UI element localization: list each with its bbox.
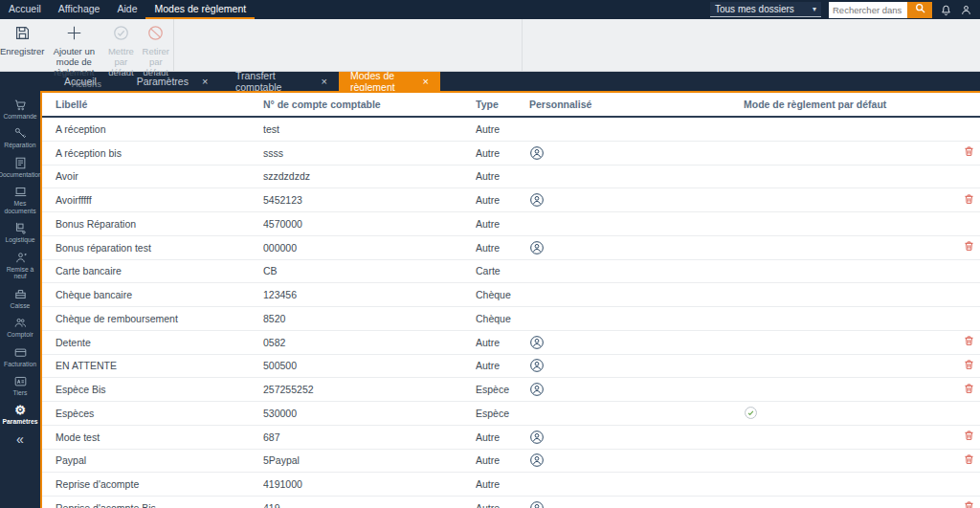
ribbon-toolbar: Enregistrer Ajouter un mode de règlement xyxy=(0,19,980,72)
delete-button[interactable] xyxy=(963,192,975,209)
menu-item-affichage[interactable]: Affichage xyxy=(50,0,109,19)
table-row[interactable]: Avoirfffff 5452123 Autre xyxy=(42,188,980,212)
save-button[interactable]: Enregistrer xyxy=(0,24,44,57)
row-account: 5Paypal xyxy=(263,454,476,466)
add-payment-mode-label: Ajouter un mode de règlement xyxy=(44,47,103,78)
row-personalized-cell xyxy=(529,168,744,184)
personalized-icon xyxy=(529,240,545,255)
row-default-cell xyxy=(744,264,957,278)
close-icon[interactable]: × xyxy=(423,76,429,87)
row-label: Avoirfffff xyxy=(56,194,263,206)
handtruck-icon xyxy=(13,221,28,235)
row-personalized-cell xyxy=(529,145,744,161)
row-account: 4570000 xyxy=(263,218,476,230)
sidebar-item-documentation[interactable]: Documentation xyxy=(0,154,40,180)
sidebar-item-reparation[interactable]: Réparation xyxy=(0,124,40,150)
row-account: 687 xyxy=(263,431,476,443)
delete-button[interactable] xyxy=(963,382,975,398)
row-label: EN ATTENTE xyxy=(56,360,263,371)
tab-modes-de-reglement[interactable]: Modes de règlement × xyxy=(339,72,440,91)
row-default-cell xyxy=(744,216,957,231)
close-icon[interactable]: × xyxy=(322,76,327,87)
remove-default-button[interactable]: Retirer par défaut xyxy=(139,24,173,78)
sidebar-item-parametres[interactable]: ⚙ Paramètres xyxy=(0,402,40,427)
table-row[interactable]: Reprise d'acompte 4191000 Autre xyxy=(42,473,980,497)
table-row[interactable]: A réception bis ssss Autre xyxy=(42,142,980,166)
row-label: A réception bis xyxy=(56,147,263,159)
close-icon[interactable]: × xyxy=(202,76,208,87)
table-row[interactable]: Reprise d'acompte Bis 419 Autre xyxy=(42,497,980,508)
sidebar-item-label: Remise à neuf xyxy=(0,266,40,280)
notifications-bell-icon[interactable] xyxy=(940,4,952,16)
trash-icon xyxy=(963,144,975,161)
row-type: Autre xyxy=(476,360,529,371)
user-account-icon[interactable] xyxy=(960,4,972,16)
table-row[interactable]: EN ATTENTE 500500 Autre xyxy=(42,355,980,379)
column-header-personnalise[interactable]: Personnalisé xyxy=(529,99,744,110)
menu-item-modes-de-reglement[interactable]: Modes de règlement xyxy=(145,0,255,19)
table-row[interactable]: Chèque de remboursement 8520 Chèque xyxy=(42,307,980,331)
delete-button[interactable] xyxy=(963,429,975,445)
sidebar-item-tiers[interactable]: Tiers xyxy=(0,372,40,398)
column-header-libelle[interactable]: Libellé xyxy=(56,99,263,110)
row-label: Detente xyxy=(56,337,263,348)
table-row[interactable]: Espèces 530000 Espèce xyxy=(42,402,980,426)
table-row[interactable]: Carte bancaire CB Carte xyxy=(42,260,980,284)
trash-icon xyxy=(963,382,975,398)
set-default-button[interactable]: Mettre par défaut xyxy=(103,24,138,78)
table-row[interactable]: Avoir szzdzdzdz Autre xyxy=(42,166,980,189)
row-account: CB xyxy=(263,265,476,276)
row-label: Bonus réparation test xyxy=(56,242,263,254)
row-personalized-cell xyxy=(529,287,744,302)
table-row[interactable]: Bonus réparation test 000000 Autre xyxy=(42,236,980,260)
sidebar-item-comptoir[interactable]: Comptoir xyxy=(0,314,40,340)
row-delete-cell xyxy=(957,334,980,350)
search-box xyxy=(829,2,932,18)
delete-button[interactable] xyxy=(963,499,975,508)
add-payment-mode-button[interactable]: Ajouter un mode de règlement xyxy=(44,24,103,78)
delete-button[interactable] xyxy=(963,239,975,255)
sidebar-item-commande[interactable]: Commande xyxy=(0,96,40,121)
table-row[interactable]: Espèce Bis 257255252 Espèce xyxy=(42,378,980,402)
sidebar-item-logistique[interactable]: Logistique xyxy=(0,219,40,245)
table-row[interactable]: Chèque bancaire 123456 Chèque xyxy=(42,283,980,307)
delete-button[interactable] xyxy=(963,453,975,469)
table-row[interactable]: Bonus Réparation 4570000 Autre xyxy=(42,212,980,236)
sidebar-item-label: Logistique xyxy=(6,236,35,243)
sidebar-item-facturation[interactable]: Facturation xyxy=(0,343,40,369)
row-delete-cell xyxy=(957,429,980,445)
sidebar-collapse-button[interactable]: « xyxy=(16,431,24,447)
payment-modes-panel: Libellé N° de compte comptable Type Pers… xyxy=(40,91,980,508)
table-row[interactable]: A réception test Autre xyxy=(42,118,980,142)
row-default-cell xyxy=(744,240,957,254)
delete-button[interactable] xyxy=(963,334,975,350)
table-row[interactable]: Paypal 5Paypal Autre xyxy=(42,450,980,474)
column-header-defaut[interactable]: Mode de règlement par défaut xyxy=(744,99,957,110)
menu-item-aide[interactable]: Aide xyxy=(108,0,145,19)
row-delete-cell xyxy=(957,476,980,493)
delete-button[interactable] xyxy=(963,144,975,161)
row-type: Autre xyxy=(476,337,529,348)
column-header-compte[interactable]: N° de compte comptable xyxy=(263,99,476,110)
menu-item-accueil[interactable]: Accueil xyxy=(0,0,50,19)
row-label: A réception xyxy=(56,123,263,135)
sidebar-item-remise-a-neuf[interactable]: Remise à neuf xyxy=(0,249,40,282)
credit-card-icon xyxy=(13,345,28,360)
column-header-type[interactable]: Type xyxy=(476,99,529,110)
tab-transfert-comptable[interactable]: Transfert comptable × xyxy=(224,72,339,91)
table-header: Libellé N° de compte comptable Type Pers… xyxy=(42,93,980,118)
row-type: Autre xyxy=(476,454,529,466)
search-button[interactable] xyxy=(907,2,932,18)
sidebar-item-caisse[interactable]: Caisse xyxy=(0,285,40,311)
search-input[interactable] xyxy=(829,2,907,18)
app-window: Accueil Affichage Aide Modes de règlemen… xyxy=(0,0,980,508)
delete-button[interactable] xyxy=(963,358,975,374)
table-row[interactable]: Detente 0582 Autre xyxy=(42,331,980,355)
sidebar-item-mes-documents[interactable]: Mes documents xyxy=(0,183,40,216)
table-row[interactable]: Mode test 687 Autre xyxy=(42,426,980,450)
folder-dropdown[interactable]: Tous mes dossiers ▾ xyxy=(710,2,821,17)
row-personalized-cell xyxy=(529,430,744,445)
row-delete-cell xyxy=(957,287,980,303)
row-default-cell xyxy=(744,169,957,184)
actions-group: Enregistrer Ajouter un mode de règlement xyxy=(0,19,174,71)
